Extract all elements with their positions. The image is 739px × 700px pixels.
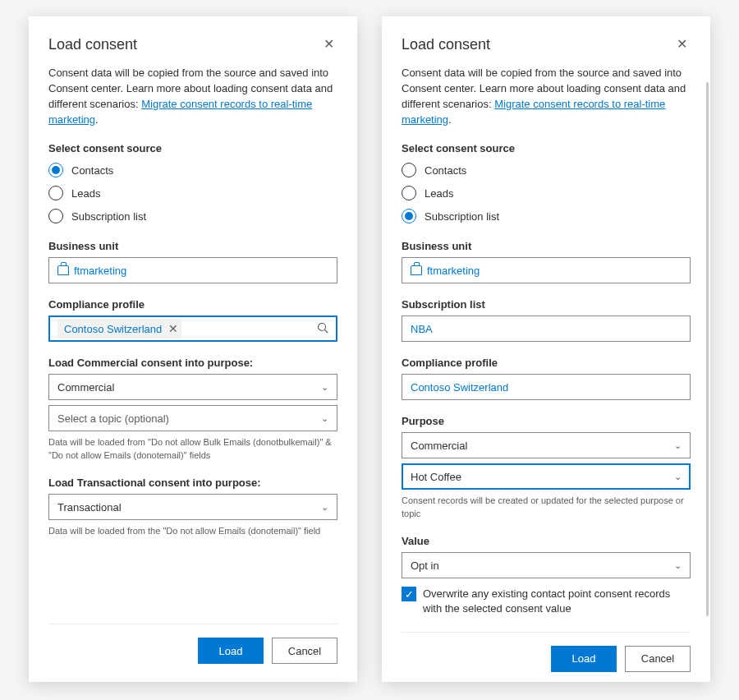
panel-body: Load consent ✕ Consent data will be copi… bbox=[48, 35, 337, 624]
purpose-label: Purpose bbox=[402, 415, 691, 427]
compliance-profile-value: Contoso Switzerland bbox=[411, 381, 508, 394]
radio-label: Contacts bbox=[425, 164, 466, 177]
radio-label: Contacts bbox=[71, 164, 113, 177]
business-unit-label: Business unit bbox=[48, 240, 337, 252]
transactional-helper: Data will be loaded from the "Do not all… bbox=[48, 525, 337, 537]
chevron-down-icon: ⌄ bbox=[321, 382, 328, 393]
purpose-helper: Consent records will be created or updat… bbox=[402, 495, 691, 520]
subscription-list-field: Subscription list NBA bbox=[402, 298, 691, 342]
value-select[interactable]: Opt in ⌄ bbox=[402, 552, 691, 578]
radio-leads[interactable]: Leads bbox=[402, 186, 691, 200]
radio-label: Leads bbox=[71, 187, 100, 200]
commercial-heading: Load Commercial consent into purpose: bbox=[48, 357, 337, 369]
description-suffix: . bbox=[95, 113, 99, 126]
chevron-down-icon: ⌄ bbox=[321, 502, 328, 513]
compliance-profile-field: Compliance profile Contoso Switzerland bbox=[402, 357, 691, 400]
chevron-down-icon: ⌄ bbox=[674, 560, 682, 571]
transactional-heading: Load Transactional consent into purpose: bbox=[48, 477, 337, 489]
compliance-profile-input[interactable]: Contoso Switzerland ✕ bbox=[48, 315, 337, 342]
panel-body: Load consent ✕ Consent data will be copi… bbox=[402, 35, 691, 632]
consent-source-radio-group: Contacts Leads Subscription list bbox=[402, 163, 691, 223]
scrollbar[interactable] bbox=[706, 82, 709, 616]
panel-header: Load consent ✕ bbox=[402, 35, 691, 54]
business-unit-label: Business unit bbox=[402, 240, 691, 252]
business-unit-field: Business unit ftmarketing bbox=[402, 240, 691, 283]
tag-remove-icon[interactable]: ✕ bbox=[168, 322, 178, 335]
panel-footer: Load Cancel bbox=[402, 632, 691, 672]
radio-subscription-list[interactable]: Subscription list bbox=[402, 209, 691, 223]
purpose-select[interactable]: Commercial ⌄ bbox=[402, 432, 691, 458]
compliance-profile-label: Compliance profile bbox=[402, 357, 691, 369]
select-value: Commercial bbox=[57, 381, 114, 394]
panel-description: Consent data will be copied from the sou… bbox=[48, 66, 337, 127]
radio-label: Leads bbox=[425, 187, 453, 200]
commercial-purpose-select[interactable]: Commercial ⌄ bbox=[48, 374, 337, 400]
source-heading: Select consent source bbox=[402, 142, 691, 154]
radio-contacts[interactable]: Contacts bbox=[402, 163, 691, 177]
value-field: Value Opt in ⌄ ✓ Overwrite any existing … bbox=[402, 535, 691, 616]
svg-point-0 bbox=[319, 323, 326, 330]
tag-text: Contoso Switzerland bbox=[64, 323, 162, 335]
subscription-list-input[interactable]: NBA bbox=[402, 315, 691, 342]
description-suffix: . bbox=[448, 113, 452, 126]
cancel-button[interactable]: Cancel bbox=[272, 638, 337, 664]
briefcase-icon bbox=[411, 265, 422, 275]
commercial-consent-field: Load Commercial consent into purpose: Co… bbox=[48, 357, 337, 462]
chevron-down-icon: ⌄ bbox=[321, 413, 328, 424]
load-consent-panel-subscription: Load consent ✕ Consent data will be copi… bbox=[382, 16, 710, 682]
close-icon[interactable]: ✕ bbox=[320, 35, 337, 54]
radio-icon bbox=[48, 163, 63, 177]
compliance-profile-tag: Contoso Switzerland ✕ bbox=[57, 319, 181, 338]
compliance-profile-field: Compliance profile Contoso Switzerland ✕ bbox=[48, 298, 337, 342]
purpose-field: Purpose Commercial ⌄ Hot Coffee ⌄ Consen… bbox=[402, 415, 691, 520]
radio-icon bbox=[402, 163, 416, 177]
chevron-down-icon: ⌄ bbox=[674, 440, 682, 451]
panel-title: Load consent bbox=[402, 36, 490, 53]
business-unit-input[interactable]: ftmarketing bbox=[402, 257, 691, 283]
compliance-profile-label: Compliance profile bbox=[48, 298, 337, 311]
select-value: Hot Coffee bbox=[411, 471, 461, 483]
panel-title: Load consent bbox=[48, 36, 137, 53]
radio-label: Subscription list bbox=[71, 210, 146, 223]
select-placeholder: Select a topic (optional) bbox=[57, 412, 169, 425]
radio-leads[interactable]: Leads bbox=[48, 186, 337, 200]
transactional-purpose-select[interactable]: Transactional ⌄ bbox=[48, 494, 337, 520]
radio-contacts[interactable]: Contacts bbox=[48, 163, 337, 177]
topic-select[interactable]: Select a topic (optional) ⌄ bbox=[48, 405, 337, 431]
checkbox-label: Overwrite any existing contact point con… bbox=[423, 587, 691, 616]
commercial-helper: Data will be loaded from "Do not allow B… bbox=[48, 436, 337, 462]
compliance-profile-input[interactable]: Contoso Switzerland bbox=[402, 374, 691, 400]
radio-subscription-list[interactable]: Subscription list bbox=[48, 209, 337, 223]
cancel-button[interactable]: Cancel bbox=[625, 646, 691, 672]
transactional-consent-field: Load Transactional consent into purpose:… bbox=[48, 477, 337, 537]
select-value: Transactional bbox=[57, 501, 122, 513]
radio-icon bbox=[402, 186, 416, 200]
topic-select[interactable]: Hot Coffee ⌄ bbox=[402, 463, 691, 490]
value-label: Value bbox=[402, 535, 691, 547]
close-icon[interactable]: ✕ bbox=[673, 35, 691, 54]
radio-icon bbox=[48, 209, 63, 223]
select-value: Commercial bbox=[411, 440, 467, 452]
radio-label: Subscription list bbox=[425, 210, 499, 223]
business-unit-value: ftmarketing bbox=[74, 265, 126, 277]
overwrite-checkbox-row[interactable]: ✓ Overwrite any existing contact point c… bbox=[402, 587, 691, 616]
search-icon[interactable] bbox=[317, 322, 328, 336]
subscription-list-label: Subscription list bbox=[402, 298, 691, 311]
load-button[interactable]: Load bbox=[551, 646, 617, 672]
panel-header: Load consent ✕ bbox=[48, 35, 337, 54]
business-unit-input[interactable]: ftmarketing bbox=[48, 257, 337, 283]
radio-icon bbox=[402, 209, 416, 223]
chevron-down-icon: ⌄ bbox=[674, 472, 682, 482]
source-heading: Select consent source bbox=[48, 142, 337, 154]
checkbox-icon[interactable]: ✓ bbox=[402, 587, 416, 601]
consent-source-radio-group: Contacts Leads Subscription list bbox=[48, 163, 337, 223]
panel-description: Consent data will be copied from the sou… bbox=[402, 66, 691, 127]
load-button[interactable]: Load bbox=[198, 638, 264, 664]
panel-footer: Load Cancel bbox=[48, 624, 337, 664]
subscription-list-value: NBA bbox=[411, 323, 433, 335]
business-unit-field: Business unit ftmarketing bbox=[48, 240, 337, 283]
radio-icon bbox=[48, 186, 63, 200]
briefcase-icon bbox=[57, 265, 69, 275]
business-unit-value: ftmarketing bbox=[427, 265, 480, 277]
svg-line-1 bbox=[325, 329, 328, 333]
